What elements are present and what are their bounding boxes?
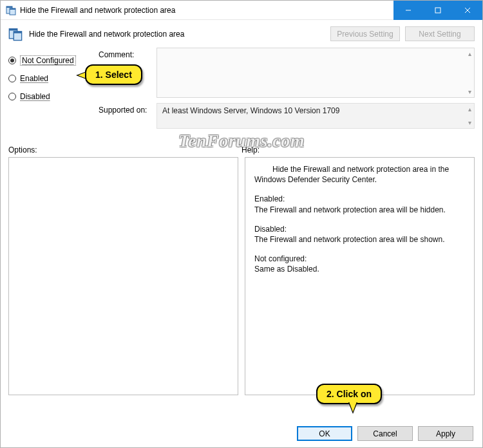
supported-on-value: At least Windows Server, Windows 10 Vers… xyxy=(156,103,475,129)
help-notconfigured-text: Same as Disabled. xyxy=(254,265,319,274)
supported-on-label: Supported on: xyxy=(99,103,156,129)
svg-rect-3 xyxy=(10,8,15,10)
next-setting-button[interactable]: Next Setting xyxy=(405,26,475,41)
apply-button[interactable]: Apply xyxy=(418,426,473,441)
maximize-button[interactable] xyxy=(423,1,453,20)
titlebar: Hide the Firewall and network protection… xyxy=(1,1,482,20)
help-intro: Hide the Firewall and network protection… xyxy=(254,164,465,185)
radio-icon xyxy=(8,75,16,82)
help-enabled-text: The Firewall and network protection area… xyxy=(254,205,446,214)
radio-icon xyxy=(8,93,16,100)
close-button[interactable] xyxy=(453,1,482,20)
help-notconfigured-heading: Not configured: xyxy=(254,254,307,263)
help-enabled-heading: Enabled: xyxy=(254,194,285,203)
radio-label: Disabled xyxy=(20,92,50,101)
cancel-button[interactable]: Cancel xyxy=(357,426,413,441)
options-panel xyxy=(8,157,238,395)
policy-icon xyxy=(8,27,23,41)
minimize-icon xyxy=(405,7,412,14)
radio-disabled[interactable]: Disabled xyxy=(8,88,99,106)
svg-rect-9 xyxy=(9,28,17,30)
window-title: Hide the Firewall and network protection… xyxy=(20,6,175,15)
radio-not-configured[interactable]: Not Configured xyxy=(8,51,99,70)
maximize-icon xyxy=(435,7,441,14)
chevron-down-icon: ▾ xyxy=(468,119,471,126)
svg-rect-5 xyxy=(435,8,440,13)
annotation-callout-1: 1. Select xyxy=(85,64,142,85)
help-panel: Hide the Firewall and network protection… xyxy=(245,157,475,395)
supported-on-text: At least Windows Server, Windows 10 Vers… xyxy=(162,106,339,115)
chevron-up-icon: ▴ xyxy=(468,50,471,57)
ok-button[interactable]: OK xyxy=(297,426,352,441)
help-disabled-text: The Firewall and network protection area… xyxy=(254,235,444,244)
help-label: Help: xyxy=(242,145,475,154)
svg-rect-11 xyxy=(14,31,21,33)
chevron-up-icon: ▴ xyxy=(468,106,471,113)
policy-icon xyxy=(6,5,16,15)
radio-icon xyxy=(8,57,16,64)
header: Hide the Firewall and network protection… xyxy=(1,20,482,44)
radio-label: Not Configured xyxy=(22,56,74,65)
chevron-down-icon: ▾ xyxy=(468,88,471,95)
help-disabled-heading: Disabled: xyxy=(254,225,287,234)
callout-tail xyxy=(349,402,357,412)
svg-rect-1 xyxy=(6,6,12,8)
page-title: Hide the Firewall and network protection… xyxy=(29,30,184,39)
close-icon xyxy=(464,7,471,14)
minimize-button[interactable] xyxy=(393,1,423,20)
previous-setting-button[interactable]: Previous Setting xyxy=(330,26,400,41)
dialog-buttons: OK Cancel Apply xyxy=(297,426,473,441)
comment-input[interactable]: ▴ ▾ xyxy=(156,48,475,98)
options-label: Options: xyxy=(8,145,242,154)
radio-label: Enabled xyxy=(20,74,48,83)
